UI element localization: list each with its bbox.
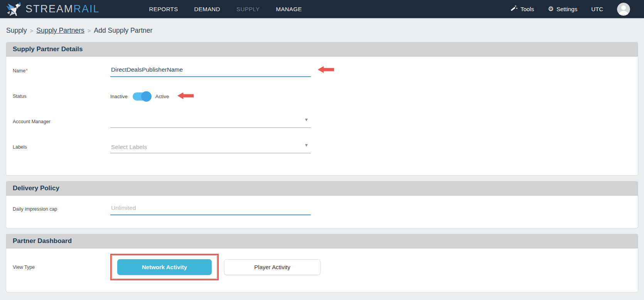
view-type-label: View Type [13, 265, 110, 270]
partner-dashboard-panel: Partner Dashboard View Type Network Acti… [6, 234, 638, 292]
player-activity-button[interactable]: Player Activity [224, 259, 320, 275]
view-type-field-row: View Type Network Activity Player Activi… [6, 248, 638, 292]
annotation-highlight-box: Network Activity [110, 254, 219, 280]
gear-icon: ⚙ [548, 6, 554, 12]
annotation-arrow-icon [318, 66, 334, 74]
breadcrumb-item-supply[interactable]: Supply [6, 27, 27, 35]
tools-menu[interactable]: Tools [510, 5, 534, 13]
magic-wand-icon [510, 5, 518, 13]
status-toggle[interactable] [133, 92, 150, 101]
name-input[interactable] [110, 65, 311, 77]
section-title-details: Supply Partner Details [6, 42, 638, 57]
brand-logo[interactable]: STREAMRAIL [5, 1, 100, 17]
timezone-selector[interactable]: UTC [591, 6, 603, 12]
chevron-down-icon: ▼ [305, 118, 308, 122]
delivery-policy-panel: Delivery Policy Daily impression cap [6, 181, 638, 228]
status-inactive-label: Inactive [110, 94, 128, 99]
name-label: Name* [13, 68, 110, 74]
pegasus-logo-icon [5, 1, 22, 17]
toggle-knob [141, 91, 152, 102]
section-title-delivery: Delivery Policy [6, 181, 638, 196]
labels-label: Labels [13, 144, 110, 150]
nav-item-reports[interactable]: REPORTS [149, 0, 178, 18]
chevron-down-icon: ▼ [305, 143, 308, 147]
status-active-label: Active [155, 94, 169, 99]
supply-partner-details-panel: Supply Partner Details Name* Status Inac… [6, 42, 638, 176]
main-nav: REPORTS DEMAND SUPPLY MANAGE [149, 0, 302, 18]
breadcrumb-item-supply-partners[interactable]: Supply Partners [36, 27, 84, 35]
status-field-row: Status Inactive Active [6, 84, 638, 109]
labels-placeholder: Select Labels [111, 144, 147, 151]
account-manager-field-row: Account Manager ▼ [6, 109, 638, 134]
name-field-row: Name* [6, 58, 638, 84]
timezone-label: UTC [591, 6, 603, 12]
avatar-person-icon [617, 3, 630, 16]
navbar-utilities: Tools ⚙ Settings UTC [510, 3, 630, 16]
tools-label: Tools [521, 6, 534, 12]
nav-item-supply[interactable]: SUPPLY [236, 0, 260, 18]
nav-item-demand[interactable]: DEMAND [194, 0, 220, 18]
settings-label: Settings [556, 6, 577, 12]
account-manager-select[interactable]: ▼ [110, 116, 311, 128]
network-activity-button[interactable]: Network Activity [117, 259, 212, 275]
labels-select[interactable]: Select Labels ▼ [110, 141, 311, 153]
breadcrumb-separator: > [30, 27, 34, 34]
user-avatar[interactable] [617, 3, 630, 16]
top-navbar: STREAMRAIL REPORTS DEMAND SUPPLY MANAGE … [0, 0, 644, 18]
daily-cap-label: Daily impression cap [13, 206, 110, 212]
nav-item-manage[interactable]: MANAGE [276, 0, 302, 18]
breadcrumb-separator: > [88, 27, 91, 34]
daily-cap-field-row: Daily impression cap [6, 197, 638, 221]
annotation-arrow-icon [177, 92, 194, 101]
daily-impression-cap-input[interactable] [110, 203, 311, 215]
section-title-dashboard: Partner Dashboard [6, 234, 638, 248]
breadcrumb: Supply > Supply Partners > Add Supply Pa… [0, 18, 644, 42]
labels-field-row: Labels Select Labels ▼ [6, 134, 638, 160]
settings-menu[interactable]: ⚙ Settings [548, 6, 577, 12]
required-asterisk: * [26, 68, 27, 73]
brand-name: STREAMRAIL [25, 4, 100, 14]
status-label: Status [13, 94, 110, 99]
account-manager-label: Account Manager [13, 119, 110, 124]
breadcrumb-item-current: Add Supply Partner [94, 27, 153, 35]
